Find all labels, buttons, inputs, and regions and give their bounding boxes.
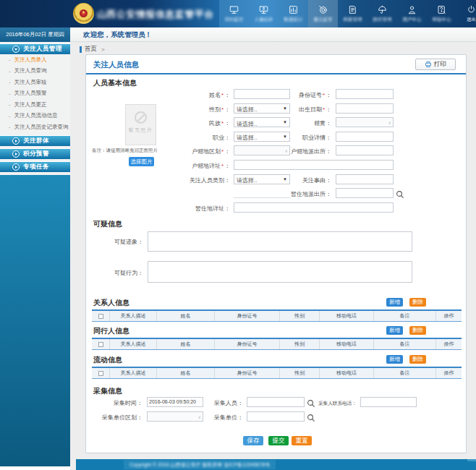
search-icon[interactable] [307,412,315,421]
text-input[interactable] [234,160,394,170]
sidebar-group[interactable]: 关注人员管理 [0,43,70,54]
combo-input[interactable]: ∨ [234,145,290,155]
field-label-collect-time: 采集时间： [114,399,143,407]
nav-item-label: 档案管理 [344,17,362,23]
select-all-checkbox[interactable] [98,371,103,376]
sidebar-group[interactable]: 积分预警 [0,148,70,159]
chevron-right-icon [12,137,20,145]
column-header: 性别 [280,339,320,349]
nav-item-document[interactable]: 档案管理 [338,0,367,27]
sidebar-group[interactable]: 专项任务 [0,161,70,172]
nav-item-power[interactable]: 退出 [456,0,476,27]
sidebar-group[interactable]: 关注群体 [0,135,70,146]
nav-item-help-doc[interactable]: 帮助中心 [427,0,456,27]
sidebar-item[interactable]: -关注人员更正 [0,99,70,111]
submit-button[interactable]: 提交 [268,436,289,445]
text-input[interactable] [234,202,394,213]
sidebar-group-label: 专项任务 [23,163,49,171]
field-label: 民族*： [209,119,230,127]
select-all-checkbox[interactable] [98,342,103,347]
breadcrumb-home[interactable]: 首页 [85,45,97,54]
text-input[interactable] [336,103,394,114]
collect-person-input[interactable] [247,397,305,407]
print-button[interactable]: 打印 [415,59,456,70]
column-header: 姓名 [157,311,215,321]
text-input[interactable] [336,145,394,155]
nav-item-monitor[interactable]: 实时监控 [219,0,249,27]
top-nav: 实时监控人像比对数据统计重点监管档案管理防控管理用户中心帮助中心退出 [219,0,476,27]
nav-item-bar-chart[interactable]: 数据统计 [279,0,308,27]
collect-org-input[interactable] [247,411,305,422]
collect-org-region-select[interactable]: ∨ [147,411,203,422]
field-label: 籍贯： [314,119,331,127]
sidebar-group-label: 关注人员管理 [23,45,62,54]
search-icon[interactable] [396,189,404,197]
nav-item-monitor-user[interactable]: 人像比对 [249,0,279,27]
nav-item-label: 实时监控 [225,17,244,23]
monitor-icon [229,4,239,15]
collect-time-input[interactable]: 2016-06-03 09:50:20 [147,397,203,407]
sidebar-item[interactable]: -关注人员录入 [0,54,70,66]
suspicious-signs-textarea[interactable] [148,231,412,252]
column-header: 移动电话 [320,368,374,378]
text-input[interactable] [336,132,394,142]
section-title-table: 流动信息 [93,355,122,365]
bullet: - [9,68,11,74]
add-row-button[interactable]: 新增 [386,326,403,335]
sidebar-item[interactable]: -关注人员流动信息 [0,111,70,122]
text-input[interactable] [336,188,394,198]
field-label: 职业： [213,134,230,142]
target-icon [318,4,328,15]
nav-item-label: 帮助中心 [433,17,451,23]
nav-item-user[interactable]: 用户中心 [397,0,427,27]
save-button[interactable]: 保存 [243,436,263,445]
column-header: 身份证号 [215,339,280,349]
nav-item-target[interactable]: 重点监管 [308,0,338,27]
reset-button[interactable]: 重置 [292,436,312,445]
select-input[interactable]: 请选择..▼ [234,132,290,142]
footer: Copyright © 2016 山西省公安厅 版权所有 晋ICP备123456… [76,459,476,470]
collect-phone-input[interactable] [360,397,417,407]
field-label: 职业详情： [302,134,331,142]
combo-input[interactable]: ∨ [336,117,394,127]
section-title-basic: 人员基本信息 [93,78,137,88]
search-icon[interactable] [307,398,315,406]
field-label-suspicious-behavior: 可疑行为： [114,269,143,277]
add-row-button[interactable]: 新增 [386,298,403,307]
breadcrumb-bar-icon [80,46,82,53]
underline-field[interactable] [234,188,290,198]
select-all-checkbox[interactable] [98,314,103,319]
column-header: 备注 [374,339,436,349]
suspicious-behavior-textarea[interactable] [148,261,412,283]
add-row-button[interactable]: 新增 [386,355,403,364]
sidebar-item[interactable]: -关注人员预警 [0,88,70,100]
delete-row-button[interactable]: 删除 [409,326,426,335]
text-input[interactable] [336,174,394,184]
sidebar-item[interactable]: -关注人员查询 [0,66,70,77]
delete-row-button[interactable]: 删除 [409,355,426,364]
text-input[interactable] [234,89,290,99]
column-header: 备注 [374,311,436,321]
column-header: 身份证号 [215,311,280,321]
select-input[interactable]: 请选择..▼ [234,174,290,184]
section-title-table: 关系人信息 [93,298,129,308]
nav-item-label: 防控管理 [373,17,392,23]
text-input[interactable] [336,89,394,99]
column-header: 关系人描述 [110,339,157,349]
field-label-collect-org: 采集单位： [214,414,243,422]
field-label: 暂住地派出所： [291,190,331,198]
breadcrumb: 首页 > [80,45,105,54]
field-label: 户籍地区划*： [192,148,230,155]
sidebar-item[interactable]: -关注人员审核 [0,77,70,88]
column-header: 身份证号 [215,368,280,378]
column-header: 姓名 [157,339,215,349]
bullet: - [9,113,11,119]
sidebar-item[interactable]: -关注人员历史记录查询 [0,121,70,133]
field-label: 姓名*： [209,91,230,99]
nav-item-umbrella[interactable]: 防控管理 [367,0,397,27]
field-label: 关注人员类别： [190,176,230,184]
select-input[interactable]: 请选择..▼ [234,103,290,114]
nav-item-label: 用户中心 [403,17,422,23]
delete-row-button[interactable]: 删除 [409,298,426,307]
select-input[interactable]: 请选择..▼ [234,117,290,127]
